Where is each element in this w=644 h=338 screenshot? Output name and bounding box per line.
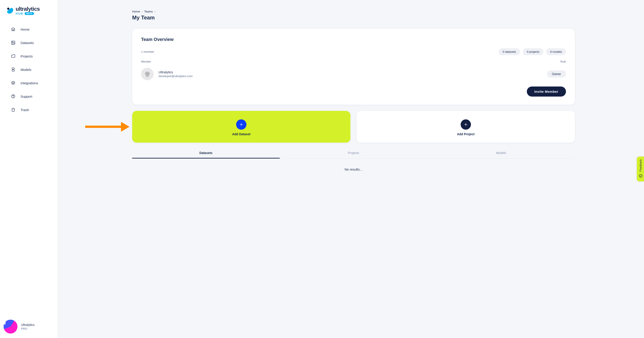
no-results: No results... bbox=[132, 158, 575, 180]
sidebar-nav: Home Datasets Projects Models Integratio… bbox=[0, 23, 58, 116]
trash-icon bbox=[11, 108, 16, 112]
member-email: developer@ultralytics.com bbox=[158, 74, 193, 78]
sidebar-item-label: Home bbox=[20, 28, 30, 31]
tabs: Datasets Projects Models bbox=[132, 148, 575, 158]
main: Home › Teams › My Team Team Overview 1 m… bbox=[58, 0, 644, 338]
feedback-icon bbox=[639, 174, 643, 179]
beta-badge: BETA bbox=[24, 12, 34, 15]
sidebar-item-home[interactable]: Home bbox=[3, 23, 55, 36]
support-icon bbox=[11, 94, 16, 98]
sidebar-item-label: Support bbox=[20, 94, 32, 98]
sidebar-footer-text: Ultralytics PRO bbox=[21, 323, 35, 330]
sidebar-footer[interactable]: Ultralytics PRO bbox=[0, 320, 58, 334]
svg-point-6 bbox=[639, 174, 642, 178]
user-plan: PRO bbox=[21, 327, 35, 330]
column-header-role: Role bbox=[560, 60, 566, 63]
member-avatar-icon bbox=[141, 68, 154, 80]
feedback-label: Feedback bbox=[639, 159, 642, 172]
svg-point-0 bbox=[7, 8, 10, 10]
column-header-member: Member bbox=[141, 60, 151, 63]
logo[interactable]: ultralytics HUB BETA bbox=[0, 6, 58, 23]
plus-icon bbox=[236, 119, 246, 130]
sidebar-item-support[interactable]: Support bbox=[3, 90, 55, 102]
datasets-icon bbox=[11, 40, 16, 45]
breadcrumb-separator-icon: › bbox=[154, 10, 156, 13]
logo-text: ultralytics HUB BETA bbox=[16, 6, 40, 15]
breadcrumb-teams[interactable]: Teams bbox=[144, 10, 153, 13]
svg-point-8 bbox=[641, 176, 641, 176]
breadcrumb-separator-icon: › bbox=[141, 10, 143, 13]
team-overview-card: Team Overview 1 member 0 datasets 0 proj… bbox=[132, 29, 575, 104]
sidebar-item-datasets[interactable]: Datasets bbox=[3, 36, 55, 49]
invite-member-button[interactable]: Invite Member bbox=[527, 86, 566, 96]
svg-point-2 bbox=[12, 42, 13, 42]
sidebar-item-integrations[interactable]: Integrations bbox=[3, 77, 55, 89]
sidebar-item-label: Integrations bbox=[20, 81, 38, 85]
sidebar-item-models[interactable]: Models bbox=[3, 63, 55, 76]
tab-projects[interactable]: Projects bbox=[280, 148, 427, 158]
svg-point-4 bbox=[13, 97, 14, 98]
pointer-arrow-icon bbox=[85, 122, 130, 132]
sidebar-item-label: Trash bbox=[20, 108, 29, 112]
sidebar-item-trash[interactable]: Trash bbox=[3, 104, 55, 116]
breadcrumb: Home › Teams › bbox=[132, 10, 575, 13]
logo-mark-icon bbox=[6, 7, 14, 14]
plus-icon bbox=[461, 119, 471, 130]
svg-point-7 bbox=[640, 176, 640, 176]
tab-datasets[interactable]: Datasets bbox=[132, 148, 280, 158]
svg-point-5 bbox=[145, 72, 150, 76]
sidebar-item-label: Projects bbox=[20, 54, 33, 58]
sidebar: ultralytics HUB BETA Home Datasets Proje… bbox=[0, 0, 58, 338]
member-row: Ultralytics developer@ultralytics.com Ow… bbox=[141, 66, 566, 85]
add-project-label: Add Project bbox=[457, 132, 475, 136]
hub-label: HUB bbox=[16, 12, 23, 15]
member-count: 1 member bbox=[141, 50, 154, 54]
sidebar-item-label: Models bbox=[20, 68, 31, 72]
svg-rect-1 bbox=[12, 41, 15, 44]
add-dataset-card[interactable]: Add Dataset bbox=[132, 111, 350, 142]
stat-projects: 0 projects bbox=[523, 48, 544, 55]
add-dataset-label: Add Dataset bbox=[232, 132, 250, 136]
action-cards: Add Dataset Add Project bbox=[132, 111, 575, 142]
sidebar-item-projects[interactable]: Projects bbox=[3, 50, 55, 62]
sidebar-item-label: Datasets bbox=[20, 41, 34, 45]
stat-models: 0 models bbox=[546, 48, 566, 55]
tab-models[interactable]: Models bbox=[427, 148, 575, 158]
feedback-tab[interactable]: Feedback bbox=[637, 156, 644, 181]
projects-icon bbox=[11, 54, 16, 58]
page-title: My Team bbox=[132, 14, 575, 21]
models-icon bbox=[11, 67, 16, 72]
user-name: Ultralytics bbox=[21, 323, 35, 326]
breadcrumb-home[interactable]: Home bbox=[132, 10, 140, 13]
brand-name: ultralytics bbox=[16, 6, 40, 12]
home-icon bbox=[11, 27, 16, 32]
member-name: Ultralytics bbox=[158, 70, 193, 74]
add-project-card[interactable]: Add Project bbox=[357, 111, 575, 142]
stat-datasets: 0 datasets bbox=[499, 48, 520, 55]
member-role: Owner bbox=[547, 70, 566, 78]
user-avatar-icon bbox=[4, 320, 18, 334]
overview-title: Team Overview bbox=[141, 37, 566, 42]
integrations-icon bbox=[11, 81, 16, 85]
